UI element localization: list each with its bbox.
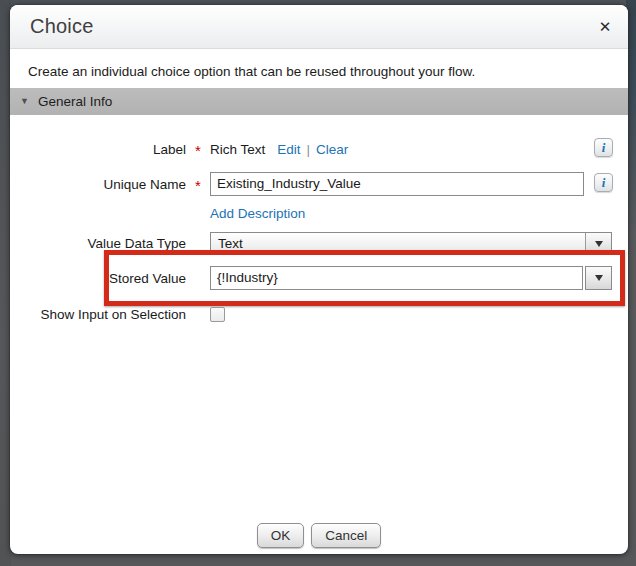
label-row: Label * Rich Text Edit | Clear: [10, 139, 628, 159]
value-data-type-select[interactable]: Text: [210, 232, 612, 255]
section-header-general-info[interactable]: ▼ General Info: [10, 88, 628, 115]
chevron-down-icon[interactable]: [585, 233, 611, 254]
stored-value-row: Stored Value {!Industry}: [10, 266, 628, 290]
edit-link[interactable]: Edit: [277, 142, 300, 157]
unique-name-info-icon[interactable]: i: [594, 173, 613, 192]
stored-value-field-label: Stored Value: [10, 271, 186, 286]
value-data-type-field-label: Value Data Type: [10, 236, 186, 251]
dialog-footer: OK Cancel: [10, 523, 628, 549]
link-separator: |: [301, 142, 317, 157]
spacer: [186, 276, 210, 280]
stored-value-input[interactable]: {!Industry}: [210, 266, 583, 290]
spacer: [186, 313, 210, 317]
add-description-row: Add Description: [210, 205, 305, 221]
label-field-label: Label: [10, 142, 186, 157]
dialog-description: Create an individual choice option that …: [10, 50, 628, 79]
show-input-row: Show Input on Selection: [10, 306, 628, 323]
choice-dialog: Choice ✕ Create an individual choice opt…: [10, 5, 628, 554]
ok-button[interactable]: OK: [257, 523, 305, 548]
show-input-checkbox[interactable]: [210, 307, 225, 322]
unique-name-input[interactable]: Existing_Industry_Value: [210, 172, 584, 196]
collapse-triangle-icon[interactable]: ▼: [20, 97, 29, 106]
unique-name-field-label: Unique Name: [10, 177, 186, 192]
clear-link[interactable]: Clear: [316, 142, 348, 157]
chevron-down-icon: [595, 275, 603, 281]
value-data-type-selected-value: Text: [211, 233, 585, 254]
label-info-icon[interactable]: i: [594, 138, 613, 157]
value-data-type-row: Value Data Type Text: [10, 232, 628, 255]
dialog-title: Choice: [10, 15, 93, 38]
required-asterisk: *: [186, 177, 210, 191]
dialog-titlebar: Choice ✕: [10, 5, 628, 49]
cancel-button[interactable]: Cancel: [311, 523, 381, 548]
section-title: General Info: [38, 94, 112, 109]
show-input-field-label: Show Input on Selection: [10, 307, 186, 322]
unique-name-row: Unique Name * Existing_Industry_Value: [10, 172, 628, 196]
close-icon[interactable]: ✕: [594, 16, 616, 38]
add-description-link[interactable]: Add Description: [210, 206, 305, 221]
required-asterisk: *: [186, 142, 210, 156]
label-field-value: Rich Text: [210, 142, 265, 157]
stored-value-dropdown-button[interactable]: [585, 266, 612, 290]
spacer: [186, 242, 210, 246]
